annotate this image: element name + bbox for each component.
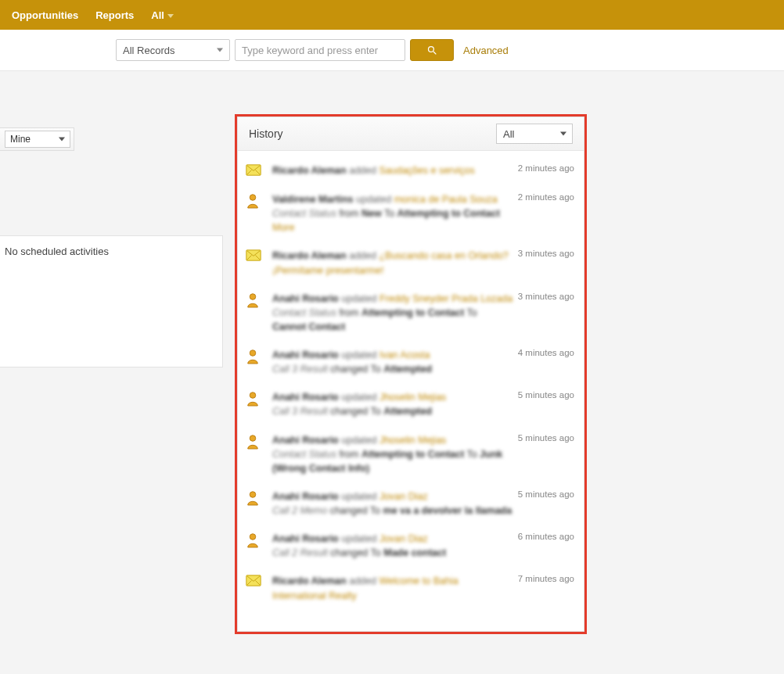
history-panel: History All Ricardo Aleman added Saudaçõ… — [237, 117, 584, 632]
mine-select-label: Mine — [10, 134, 31, 145]
history-item-time: 6 minutes ago — [518, 532, 574, 541]
history-item[interactable]: Anahi Rosario updated Jhoselin MejiasCon… — [246, 427, 576, 483]
person-icon — [246, 489, 266, 518]
history-item-time: 5 minutes ago — [518, 390, 574, 400]
history-item-time: 2 minutes ago — [518, 192, 574, 202]
history-item[interactable]: Anahi Rosario updated Jovan DiazCall 2 M… — [246, 483, 576, 525]
history-filter-select[interactable]: All — [496, 124, 573, 144]
history-header: History All — [238, 117, 584, 151]
records-filter-select[interactable]: All Records — [116, 39, 230, 61]
mail-icon — [246, 574, 266, 602]
advanced-search-link[interactable]: Advanced — [463, 45, 509, 56]
person-icon — [246, 433, 266, 475]
highlight-frame: History All Ricardo Aleman added Saudaçõ… — [235, 114, 587, 634]
history-item[interactable]: Valdirene Martins updated monica de Paul… — [246, 186, 576, 242]
mine-select[interactable]: Mine — [5, 131, 70, 148]
nav-all[interactable]: All — [151, 9, 174, 21]
history-item-time: 3 minutes ago — [518, 249, 574, 258]
chevron-down-icon — [560, 132, 566, 136]
records-filter-label: All Records — [123, 45, 174, 56]
history-item[interactable]: Anahi Rosario updated Jhoselin MejiasCal… — [246, 384, 576, 426]
chevron-down-icon — [217, 48, 223, 52]
search-bar: All Records Advanced — [0, 30, 784, 71]
activities-panel: No scheduled activities — [0, 235, 223, 367]
no-activities-text: No scheduled activities — [5, 246, 109, 257]
person-icon — [246, 348, 266, 376]
history-item[interactable]: Anahi Rosario updated Ivan AcostaCall 3 … — [246, 342, 576, 384]
search-icon — [426, 45, 438, 56]
person-icon — [246, 192, 266, 235]
history-item[interactable]: Anahi Rosario updated Freddy Sneyder Pra… — [246, 285, 576, 342]
history-body: Ricardo Aleman added Saudações e serviço… — [238, 151, 584, 631]
history-item-time: 4 minutes ago — [518, 348, 574, 357]
person-icon — [246, 292, 266, 334]
chevron-down-icon — [59, 138, 65, 142]
history-item-time: 5 minutes ago — [518, 489, 574, 499]
history-item[interactable]: Anahi Rosario updated Jovan DiazCall 2 R… — [246, 525, 576, 568]
history-title: History — [249, 127, 283, 140]
history-item[interactable]: Ricardo Aleman added Welcome to Bahia In… — [246, 568, 576, 610]
nav-reports[interactable]: Reports — [95, 9, 134, 21]
history-item[interactable]: Ricardo Aleman added Saudações e serviço… — [246, 157, 576, 186]
history-item-time: 2 minutes ago — [518, 163, 574, 173]
left-filter-panel: Mine — [0, 127, 74, 151]
search-button[interactable] — [410, 39, 454, 61]
history-filter-label: All — [503, 128, 514, 140]
nav-opportunities[interactable]: Opportunities — [12, 9, 78, 21]
mail-icon — [246, 163, 266, 178]
mail-icon — [246, 249, 266, 277]
top-nav: Opportunities Reports All — [0, 0, 784, 30]
person-icon — [246, 390, 266, 418]
history-item[interactable]: Ricardo Aleman added ¿Buscando casa en O… — [246, 242, 576, 285]
search-input[interactable] — [235, 39, 405, 61]
person-icon — [246, 532, 266, 560]
history-item-time: 5 minutes ago — [518, 433, 574, 443]
history-item-time: 3 minutes ago — [518, 292, 574, 301]
history-item-time: 7 minutes ago — [518, 574, 574, 583]
body-area: Mine No scheduled activities History All… — [0, 71, 784, 126]
